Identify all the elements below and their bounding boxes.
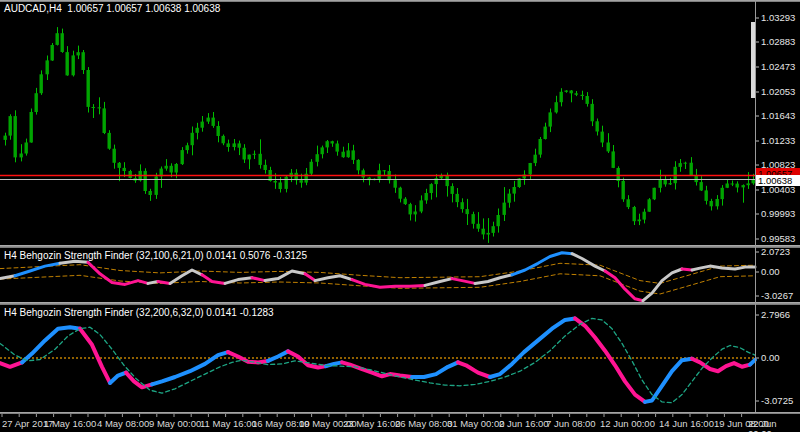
price-axis-separator (755, 0, 756, 412)
time-axis-label: 1 May 16:00 (44, 419, 96, 429)
time-axis-label: 9 May 00:00 (149, 419, 201, 429)
time-axis-label: 23 May 16:00 (343, 419, 401, 429)
time-axis-label: 22 Jun 00:00 (748, 419, 800, 432)
price-axis-label: 1.01233 (761, 136, 795, 146)
indicator2-caption: H4 Behgozin Strength Finder (32,200,6,32… (4, 307, 274, 318)
bid-price-tag: 1.00638 (756, 175, 800, 186)
price-axis-label: 1.03293 (761, 13, 795, 23)
price-axis-label: 0.00 (761, 353, 780, 363)
ohlc-values: 1.00657 1.00657 1.00638 1.00638 (67, 3, 220, 14)
time-axis-label: 2 Jun 16:00 (499, 419, 549, 429)
chart-title: AUDCAD,H4 1.00657 1.00657 1.00638 1.0063… (4, 3, 220, 14)
time-axis-label: 4 May 08:00 (97, 419, 149, 429)
mt4-chart-window: AUDCAD,H4 1.00657 1.00657 1.00638 1.0063… (0, 0, 800, 432)
symbol-period-label: AUDCAD,H4 (4, 3, 62, 14)
price-axis-label: 1.02883 (761, 37, 795, 47)
time-axis-label: 7 Jun 08:00 (546, 419, 596, 429)
price-axis-label: 1.00403 (761, 185, 795, 195)
price-axis-label: -3.0725 (761, 396, 793, 406)
price-axis-label: -3.0267 (761, 291, 793, 301)
price-axis-label: 0.00 (761, 267, 780, 277)
time-axis-label: 14 Jun 16:00 (659, 419, 714, 429)
time-axis-label: 26 May 08:00 (395, 419, 453, 429)
price-axis-label: 1.02473 (761, 62, 795, 72)
price-axis-label: 1.02053 (761, 87, 795, 97)
pane-divider-indicator1[interactable] (0, 245, 800, 248)
time-axis-label: 31 May 00:00 (447, 419, 505, 429)
chart-plot-area[interactable] (0, 0, 800, 432)
time-axis-label: 12 Jun 00:00 (600, 419, 655, 429)
window-top-border (0, 0, 800, 2)
indicator1-caption: H4 Behgozin Strength Finder (32,100,6,21… (4, 250, 307, 261)
pane-divider-indicator2[interactable] (0, 302, 800, 305)
price-axis-label: 1.01643 (761, 111, 795, 121)
price-axis-label: 0.99583 (761, 234, 795, 244)
time-axis-border (0, 412, 800, 414)
price-axis-label: 0.99993 (761, 209, 795, 219)
price-axis-label: 2.0723 (761, 247, 790, 257)
time-axis-label: 11 May 16:00 (200, 419, 257, 429)
price-axis-label: 2.7966 (761, 310, 790, 320)
